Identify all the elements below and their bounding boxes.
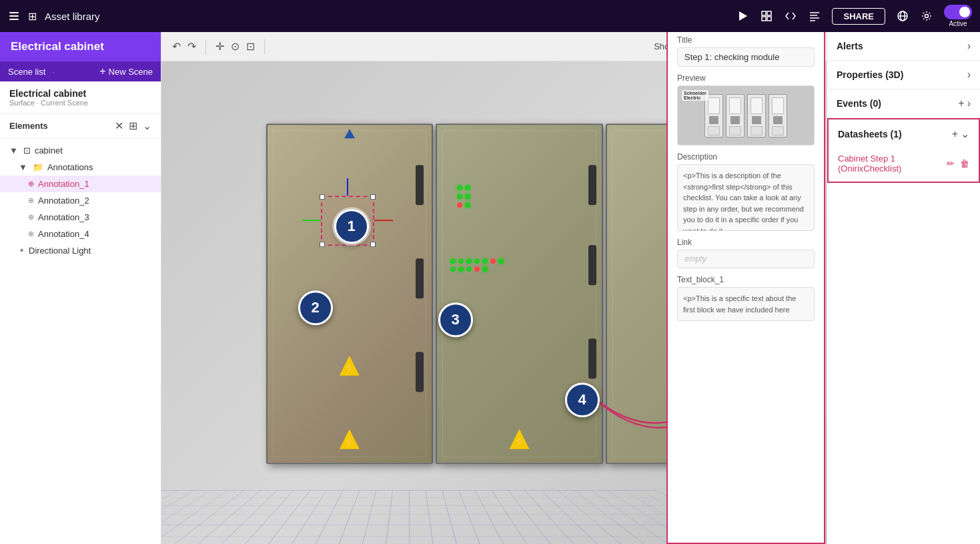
elements-copy-btn[interactable]: ⊞ (129, 119, 137, 132)
project-name: Electrical cabinet (9, 88, 151, 99)
events-add-btn[interactable] (958, 97, 964, 109)
svg-rect-0 (9, 12, 19, 13)
globe-btn[interactable] (896, 9, 909, 23)
datasheets-section: Datasheets (1) Cabinet Step 1 (OnirixChe… (827, 118, 980, 183)
code-btn[interactable] (784, 9, 797, 23)
redo-btn[interactable]: ↷ (187, 40, 196, 53)
alerts-chevron[interactable] (967, 40, 971, 52)
svg-rect-2 (9, 19, 19, 20)
svg-marker-3 (739, 11, 747, 21)
app-title: Asset library (45, 11, 100, 22)
tree-item-directional-light[interactable]: ✦ Directional Light (0, 242, 161, 259)
datasheets-count: (1) (891, 129, 902, 140)
description-value: <p>This is a description of the <strong>… (677, 164, 815, 231)
alerts-header[interactable]: Alerts (827, 32, 980, 60)
tree-item-cabinet[interactable]: ▼ ⊡ cabinet (0, 142, 161, 159)
title-label: Title (677, 35, 815, 45)
alerts-title: Alerts (837, 41, 965, 51)
preview-label: Preview (677, 73, 815, 83)
sidebar-header: Electrical cabinet (0, 32, 161, 61)
annotation-bubble-1[interactable]: 1 (334, 209, 369, 244)
elements-bar: Elements ✕ ⊞ ⌄ (0, 114, 161, 138)
grid-btn[interactable] (760, 9, 773, 23)
svg-point-15 (925, 15, 929, 18)
element-tree: ▼ ⊡ cabinet ▼ 📁 Annotations ⊕ Annotation… (0, 138, 161, 544)
preview-image: SchneiderElectric (677, 85, 815, 146)
datasheets-title: Datasheets (1) (838, 129, 949, 140)
scene-list-link[interactable]: Scene list (8, 67, 45, 77)
active-toggle[interactable]: Active (944, 5, 972, 27)
main-layout: Electrical cabinet Scene list · + New Sc… (0, 32, 980, 544)
step-checking-panel: Cabinet Step 1 (OnirixChecklist) Title S… (666, 0, 825, 544)
datasheet-delete-btn[interactable]: 🗑 (960, 158, 969, 169)
alerts-section: Alerts (827, 32, 980, 61)
rotate-btn[interactable]: ⊙ (231, 40, 239, 53)
topbar: ⊞ Asset library SHARE (0, 0, 980, 32)
properties-title: Properties (3D) (837, 69, 965, 80)
undo-btn[interactable]: ↶ (172, 40, 181, 53)
sidebar: Electrical cabinet Scene list · + New Sc… (0, 32, 161, 544)
svg-rect-7 (767, 17, 771, 21)
textblock-label: Text_block_1 (677, 275, 815, 284)
cabinet-label: cabinet (35, 146, 63, 156)
events-section: Events (0) (827, 89, 980, 118)
tree-item-annotation-4[interactable]: ⊕ Annotation_4 (0, 226, 161, 242)
new-scene-btn[interactable]: + New Scene (99, 65, 153, 77)
elements-label: Elements (9, 121, 111, 131)
topbar-actions: SHARE Active (736, 5, 972, 27)
link-input[interactable]: empty (677, 250, 815, 268)
elements-expand-btn[interactable]: ⌄ (143, 119, 151, 132)
elements-close-btn[interactable]: ✕ (115, 119, 123, 132)
annotations-label: Annotations (47, 162, 93, 172)
text-btn[interactable] (808, 9, 821, 23)
tree-item-annotation-2[interactable]: ⊕ Annotation_2 (0, 192, 161, 209)
sidebar-toggle-btn[interactable] (8, 10, 20, 22)
title-value: Step 1: checking module (677, 47, 815, 67)
datasheets-expand-btn[interactable] (961, 127, 969, 140)
annotation-bubble-3[interactable]: 3 (438, 302, 473, 337)
settings-btn[interactable] (920, 9, 933, 23)
tree-item-annotation-1[interactable]: ⊕ Annotation_1 (0, 176, 161, 192)
svg-rect-6 (762, 17, 766, 21)
move-btn[interactable]: ✛ (215, 40, 224, 53)
events-title: Events (0) (837, 98, 955, 109)
link-label: Link (677, 238, 815, 247)
annotation-bubble-2[interactable]: 2 (298, 290, 333, 325)
svg-rect-1 (9, 15, 19, 17)
description-label: Description (677, 152, 815, 162)
tree-item-annotation-3[interactable]: ⊕ Annotation_3 (0, 209, 161, 226)
datasheet-edit-btn[interactable]: ✏ (947, 158, 955, 169)
annotation-4-label: Annotation_4 (38, 229, 89, 239)
cabinet-panel-1: ⚡ ⚡ (266, 123, 434, 464)
datasheet-item-name: Cabinet Step 1 (OnirixChecklist) (838, 154, 941, 174)
app-icon: ⊞ (28, 10, 37, 23)
tree-item-annotations[interactable]: ▼ 📁 Annotations (0, 159, 161, 176)
datasheet-item: Cabinet Step 1 (OnirixChecklist) ✏ 🗑 (829, 148, 979, 182)
play-btn[interactable] (736, 9, 749, 23)
events-count: (0) (870, 98, 881, 109)
scene-bar: Scene list · + New Scene (0, 61, 161, 81)
svg-rect-5 (767, 11, 771, 15)
right-panel: Alerts Properties (3D) Events (0) Datash… (827, 32, 980, 544)
annotation-1-label: Annotation_1 (38, 179, 89, 189)
events-chevron[interactable] (967, 97, 971, 109)
svg-rect-4 (762, 11, 766, 15)
share-btn[interactable]: SHARE (832, 8, 885, 25)
project-info: Electrical cabinet Surface · Current Sce… (0, 81, 161, 114)
events-header[interactable]: Events (0) (827, 89, 980, 117)
directional-light-label: Directional Light (29, 246, 91, 256)
properties-section: Properties (3D) (827, 61, 980, 89)
textblock-value: <p>This is a specific text about the fir… (677, 287, 815, 321)
annotation-2-label: Annotation_2 (38, 196, 89, 206)
properties-chevron[interactable] (967, 69, 971, 81)
project-sub: Surface · Current Scene (9, 99, 151, 107)
annotation-bubble-4[interactable]: 4 (565, 382, 600, 417)
annotation-3-label: Annotation_3 (38, 212, 89, 222)
scale-btn[interactable]: ⊡ (246, 40, 255, 53)
new-scene-label: New Scene (109, 67, 153, 77)
properties-header[interactable]: Properties (3D) (827, 61, 980, 89)
datasheets-header[interactable]: Datasheets (1) (829, 119, 979, 148)
datasheets-add-btn[interactable] (952, 128, 958, 140)
step-panel-body: Title Step 1: checking module Preview (668, 27, 824, 543)
